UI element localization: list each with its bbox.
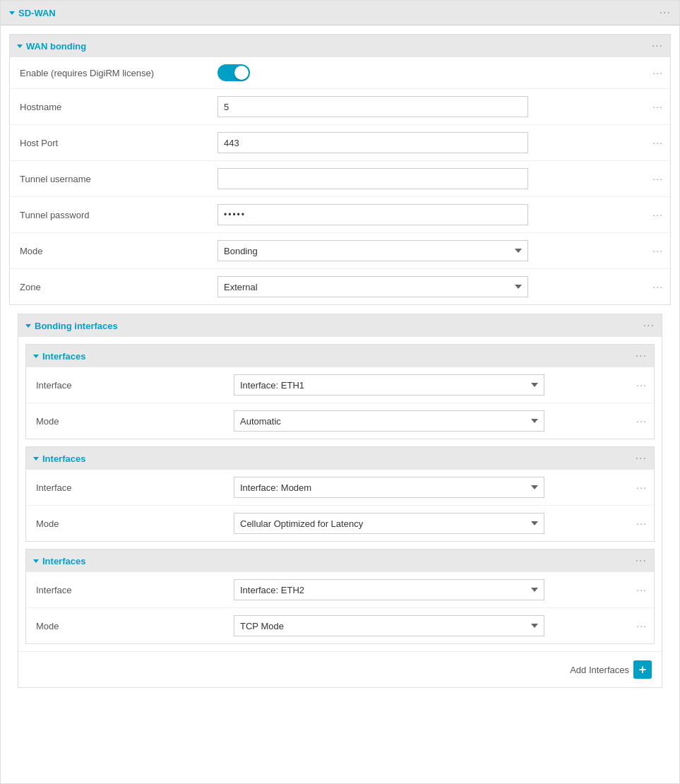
interface-block-3-title-label: Interfaces [42, 556, 85, 566]
mode-control: Bonding Failover Load Balance [217, 240, 660, 261]
toggle-knob [234, 66, 249, 80]
interface-block-2-collapse-icon[interactable] [33, 457, 39, 461]
interface-block-1: Interfaces ··· Interface Interface: ETH1… [25, 344, 655, 439]
add-interfaces-button[interactable]: + [633, 660, 652, 679]
bonding-interfaces-collapse-icon[interactable] [25, 324, 31, 328]
interface-3-mode-row: Mode Automatic TCP Mode Cellular Optimiz… [26, 608, 654, 643]
tunnel-password-label: Tunnel password [20, 210, 217, 220]
host-port-input[interactable] [217, 132, 528, 153]
interface-1-interface-select[interactable]: Interface: ETH1 Interface: ETH2 Interfac… [234, 374, 544, 396]
sdwan-title: SD-WAN [9, 8, 56, 18]
interface-1-mode-label: Mode [36, 416, 234, 427]
zone-row-dots[interactable]: ··· [652, 281, 663, 292]
hostname-row-dots[interactable]: ··· [652, 101, 663, 112]
enable-row: Enable (requires DigiRM license) ··· [10, 57, 670, 89]
interface-3-interface-control: Interface: ETH1 Interface: ETH2 Interfac… [234, 579, 644, 600]
tunnel-password-input[interactable] [217, 204, 528, 225]
tunnel-username-label: Tunnel username [20, 174, 217, 184]
interface-1-mode-row: Mode Automatic TCP Mode Cellular Optimiz… [26, 403, 654, 439]
interface-block-2-title-label: Interfaces [42, 453, 85, 464]
mode-row: Mode Bonding Failover Load Balance ··· [10, 233, 670, 269]
sdwan-dots-menu[interactable]: ··· [660, 6, 671, 19]
sdwan-title-label: SD-WAN [18, 8, 56, 18]
interface-1-interface-row: Interface Interface: ETH1 Interface: ETH… [26, 367, 654, 403]
mode-row-dots[interactable]: ··· [652, 245, 663, 256]
mode-select[interactable]: Bonding Failover Load Balance [217, 240, 528, 261]
host-port-row-dots[interactable]: ··· [652, 137, 663, 148]
interface-2-interface-label: Interface [36, 482, 234, 493]
interface-3-mode-label: Mode [36, 621, 234, 631]
interface-block-1-header: Interfaces ··· [26, 345, 654, 367]
wan-bonding-section: WAN bonding ··· Enable (requires DigiRM … [9, 34, 671, 305]
interface-block-1-collapse-icon[interactable] [33, 355, 39, 358]
interface-block-3-collapse-icon[interactable] [33, 559, 39, 563]
hostname-input[interactable] [217, 96, 528, 117]
interface-3-mode-select[interactable]: Automatic TCP Mode Cellular Optimized fo… [234, 615, 544, 636]
wan-bonding-body: Enable (requires DigiRM license) ··· Hos… [10, 57, 670, 304]
interface-2-mode-label: Mode [36, 518, 234, 529]
zone-select[interactable]: External Internal DMZ [217, 276, 528, 297]
mode-label: Mode [20, 246, 217, 256]
interface-3-mode-dots[interactable]: ··· [636, 620, 647, 631]
sdwan-collapse-icon[interactable] [9, 11, 15, 15]
tunnel-username-row: Tunnel username ··· [10, 161, 670, 197]
interface-2-interface-select[interactable]: Interface: ETH1 Interface: Modem Interfa… [234, 477, 544, 498]
zone-label: Zone [20, 282, 217, 292]
enable-toggle[interactable] [217, 64, 250, 81]
tunnel-username-control [217, 168, 660, 189]
interface-block-2-header: Interfaces ··· [26, 447, 654, 470]
interface-3-interface-label: Interface [36, 585, 234, 595]
interface-2-interface-control: Interface: ETH1 Interface: Modem Interfa… [234, 477, 644, 498]
tunnel-password-row: Tunnel password ··· [10, 197, 670, 233]
interface-1-mode-control: Automatic TCP Mode Cellular Optimized fo… [234, 410, 644, 432]
interface-block-1-dots[interactable]: ··· [636, 350, 647, 362]
interface-3-interface-dots[interactable]: ··· [636, 584, 647, 595]
interface-2-interface-row: Interface Interface: ETH1 Interface: Mod… [26, 470, 654, 506]
bonding-interfaces-dots[interactable]: ··· [643, 319, 655, 332]
wan-bonding-dots[interactable]: ··· [652, 40, 663, 52]
add-interfaces-row: Add Interfaces + [18, 651, 662, 687]
interface-block-1-title-label: Interfaces [42, 351, 85, 362]
tunnel-username-row-dots[interactable]: ··· [652, 173, 663, 184]
interface-2-mode-dots[interactable]: ··· [636, 518, 647, 529]
tunnel-password-row-dots[interactable]: ··· [652, 209, 663, 220]
interface-block-3-dots[interactable]: ··· [636, 554, 647, 567]
interface-block-2-dots[interactable]: ··· [636, 452, 647, 465]
interface-1-mode-dots[interactable]: ··· [636, 415, 647, 427]
enable-toggle-wrap [217, 64, 660, 81]
hostname-control [217, 96, 660, 117]
interface-1-mode-select[interactable]: Automatic TCP Mode Cellular Optimized fo… [234, 410, 544, 432]
interface-3-interface-select[interactable]: Interface: ETH1 Interface: ETH2 Interfac… [234, 579, 544, 600]
bonding-interfaces-header: Bonding interfaces ··· [18, 314, 662, 337]
interface-block-3-title: Interfaces [33, 556, 85, 566]
tunnel-password-control [217, 204, 660, 225]
interface-1-interface-control: Interface: ETH1 Interface: ETH2 Interfac… [234, 374, 644, 396]
interface-block-1-title: Interfaces [33, 351, 85, 362]
interface-block-2: Interfaces ··· Interface Interface: ETH1… [25, 446, 655, 542]
page-wrapper: SD-WAN ··· WAN bonding ··· Enable (requi… [0, 0, 680, 784]
interface-block-3-header: Interfaces ··· [26, 550, 654, 572]
interface-block-2-title: Interfaces [33, 453, 85, 464]
hostname-label: Hostname [20, 102, 217, 112]
host-port-control [217, 132, 660, 153]
sdwan-header: SD-WAN ··· [1, 1, 679, 25]
main-content: WAN bonding ··· Enable (requires DigiRM … [1, 25, 679, 705]
interface-2-mode-select[interactable]: Automatic TCP Mode Cellular Optimized fo… [234, 513, 544, 534]
interface-3-mode-control: Automatic TCP Mode Cellular Optimized fo… [234, 615, 644, 636]
zone-row: Zone External Internal DMZ ··· [10, 269, 670, 304]
wan-bonding-collapse-icon[interactable] [17, 44, 23, 48]
interface-2-mode-row: Mode Automatic TCP Mode Cellular Optimiz… [26, 506, 654, 541]
interface-block-3: Interfaces ··· Interface Interface: ETH1… [25, 549, 655, 644]
tunnel-username-input[interactable] [217, 168, 528, 189]
interface-2-interface-dots[interactable]: ··· [636, 482, 647, 493]
interface-1-interface-label: Interface [36, 380, 234, 391]
interface-1-interface-dots[interactable]: ··· [636, 379, 647, 391]
wan-bonding-title: WAN bonding [17, 41, 86, 52]
host-port-row: Host Port ··· [10, 125, 670, 161]
hostname-row: Hostname ··· [10, 89, 670, 125]
enable-row-dots[interactable]: ··· [652, 67, 663, 78]
enable-label: Enable (requires DigiRM license) [20, 68, 217, 78]
bonding-interfaces-title: Bonding interfaces [25, 321, 118, 331]
bonding-interfaces-title-label: Bonding interfaces [35, 321, 118, 331]
wan-bonding-title-label: WAN bonding [26, 41, 86, 52]
